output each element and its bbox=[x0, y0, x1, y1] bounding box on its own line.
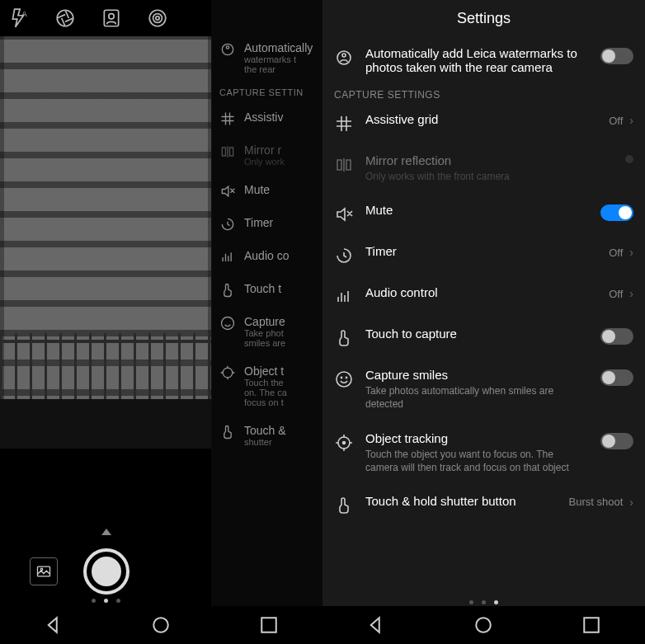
svg-point-8 bbox=[40, 568, 43, 571]
filter-icon[interactable] bbox=[147, 7, 168, 29]
pager-dot bbox=[92, 599, 96, 603]
overlay-watermark-l3: the rear bbox=[244, 64, 314, 74]
android-navbar bbox=[0, 606, 322, 644]
portrait-icon[interactable] bbox=[101, 7, 122, 29]
svg-point-17 bbox=[337, 372, 351, 387]
watermark-toggle[interactable] bbox=[600, 48, 633, 64]
mute-icon bbox=[219, 183, 236, 200]
settings-overlay-partial[interactable]: Automatically watermarks t the rear CAPT… bbox=[211, 0, 322, 606]
svg-point-1 bbox=[57, 10, 73, 26]
settings-list[interactable]: Automatically add Leica watermarks to ph… bbox=[322, 36, 645, 606]
row-touch-capture[interactable]: Touch to capture bbox=[322, 317, 645, 358]
svg-point-4 bbox=[149, 10, 166, 26]
viewfinder-floor bbox=[0, 399, 212, 449]
svg-point-12 bbox=[223, 368, 233, 378]
assistive-value: Off bbox=[609, 115, 623, 127]
camera-screen: A Automatically watermarks t bbox=[0, 0, 322, 644]
overlay-touch: Touch t bbox=[244, 282, 314, 295]
pager-dot bbox=[482, 600, 486, 604]
row-object-tracking[interactable]: Object trackingTouch the object you want… bbox=[322, 421, 645, 484]
overlay-watermark-l1: Automatically bbox=[244, 41, 313, 54]
svg-rect-14 bbox=[261, 618, 276, 632]
watermark-icon bbox=[219, 41, 236, 58]
svg-rect-23 bbox=[584, 618, 599, 632]
shutter-button[interactable] bbox=[83, 548, 129, 595]
row-touch-hold-shutter[interactable]: Touch & hold shutter button Burst shoot› bbox=[322, 484, 645, 525]
touch-capture-toggle[interactable] bbox=[600, 328, 633, 345]
touch-icon bbox=[219, 424, 236, 440]
smile-icon bbox=[219, 315, 236, 331]
section-capture: CAPTURE SETTINGS bbox=[322, 84, 645, 102]
touch-icon bbox=[334, 496, 354, 515]
nav-home[interactable] bbox=[148, 613, 173, 637]
gallery-thumbnail[interactable] bbox=[30, 557, 58, 585]
mirror-disabled-dot bbox=[625, 155, 633, 163]
nav-recents[interactable] bbox=[579, 613, 604, 637]
row-mute[interactable]: Mute bbox=[322, 193, 645, 234]
pager-dot bbox=[116, 599, 120, 603]
overlay-touch-hold: Touch & bbox=[244, 424, 286, 437]
tracking-toggle[interactable] bbox=[600, 433, 633, 449]
target-icon bbox=[334, 433, 354, 453]
svg-point-21 bbox=[343, 441, 346, 444]
mirror-icon bbox=[219, 143, 236, 160]
overlay-mirror-sub: Only work bbox=[244, 157, 314, 167]
row-capture-smiles[interactable]: Capture smilesTake photos automatically … bbox=[322, 358, 645, 421]
chevron-right-icon: › bbox=[629, 287, 633, 300]
svg-text:A: A bbox=[21, 9, 27, 18]
svg-point-10 bbox=[226, 46, 228, 49]
mute-toggle[interactable] bbox=[600, 204, 633, 221]
pager-dot-active bbox=[104, 599, 108, 603]
overlay-timer: Timer bbox=[244, 216, 314, 229]
android-navbar bbox=[322, 606, 645, 644]
overlay-assistive: Assistiv bbox=[244, 110, 314, 124]
chevron-right-icon: › bbox=[629, 496, 633, 509]
mirror-icon bbox=[334, 155, 354, 175]
row-watermark[interactable]: Automatically add Leica watermarks to ph… bbox=[322, 36, 645, 84]
viewfinder-railing bbox=[0, 333, 212, 399]
overlay-watermark-l2: watermarks t bbox=[244, 54, 314, 64]
row-audio-control[interactable]: Audio control Off› bbox=[322, 275, 645, 317]
smile-icon bbox=[334, 369, 354, 389]
overlay-mute: Mute bbox=[244, 183, 314, 196]
nav-back[interactable] bbox=[364, 613, 388, 637]
overlay-watermark-row: Automatically watermarks t the rear bbox=[211, 33, 322, 82]
overlay-audio: Audio co bbox=[244, 249, 314, 262]
nav-recents[interactable] bbox=[257, 613, 281, 637]
nav-back[interactable] bbox=[41, 613, 66, 637]
nav-home[interactable] bbox=[471, 613, 496, 637]
camera-bottom-bar bbox=[0, 499, 212, 606]
row-timer[interactable]: Timer Off› bbox=[322, 234, 645, 275]
svg-point-3 bbox=[109, 14, 115, 19]
aperture-icon[interactable] bbox=[54, 7, 76, 29]
overlay-section-capture: CAPTURE SETTIN bbox=[211, 82, 322, 102]
svg-point-6 bbox=[156, 16, 159, 20]
row-assistive-grid[interactable]: Assistive grid Off› bbox=[322, 102, 645, 143]
grid-icon bbox=[219, 110, 236, 127]
touch-icon bbox=[334, 328, 354, 348]
target-icon bbox=[219, 364, 236, 381]
mode-caret-icon[interactable] bbox=[101, 529, 111, 535]
smiles-toggle[interactable] bbox=[600, 369, 633, 386]
svg-point-13 bbox=[154, 618, 169, 632]
touch-icon bbox=[219, 282, 236, 298]
overlay-obj: Object t bbox=[244, 364, 284, 378]
chevron-right-icon: › bbox=[629, 246, 633, 259]
pager-dot-active bbox=[494, 600, 498, 604]
watermark-title: Automatically add Leica watermarks to ph… bbox=[365, 46, 589, 74]
timer-icon bbox=[334, 246, 354, 266]
flash-auto-icon[interactable]: A bbox=[8, 7, 30, 29]
mute-icon bbox=[334, 204, 354, 224]
timer-icon bbox=[219, 216, 236, 233]
touch-hold-value: Burst shoot bbox=[569, 496, 624, 508]
camera-viewfinder[interactable] bbox=[0, 36, 212, 449]
svg-point-5 bbox=[153, 14, 162, 23]
audio-value: Off bbox=[609, 288, 623, 300]
svg-point-22 bbox=[477, 618, 492, 632]
svg-rect-7 bbox=[37, 566, 49, 576]
settings-title: Settings bbox=[322, 0, 645, 36]
timer-value: Off bbox=[609, 247, 623, 259]
row-mirror-reflection: Mirror reflectionOnly works with the fro… bbox=[322, 143, 645, 193]
camera-pager bbox=[0, 599, 212, 603]
audio-icon bbox=[219, 249, 236, 266]
